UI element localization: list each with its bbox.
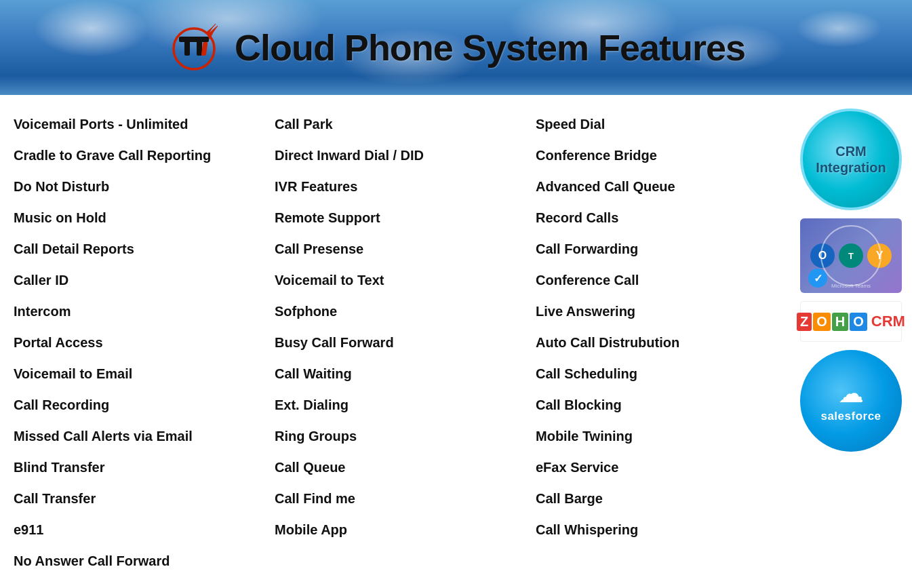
- list-item: Voicemail to Email: [14, 358, 261, 389]
- list-item: Call Detail Reports: [14, 233, 261, 264]
- list-item: Speed Dial: [536, 109, 783, 140]
- svg-rect-2: [184, 37, 190, 56]
- list-item: Ext. Dialing: [275, 389, 522, 420]
- list-item: e911: [14, 514, 261, 545]
- list-item: eFax Service: [536, 452, 783, 483]
- ms-teams-label: Microsoft Teams: [831, 283, 871, 289]
- feature-column-3: Speed DialConference BridgeAdvanced Call…: [529, 109, 790, 576]
- list-item: Auto Call Distrubution: [536, 327, 783, 358]
- list-item: Sofphone: [275, 296, 522, 327]
- list-item: Advanced Call Queue: [536, 171, 783, 202]
- list-item: Call Presense: [275, 233, 522, 264]
- list-item: Do Not Disturb: [14, 171, 261, 202]
- zoho-text: Z O H O CRM: [797, 313, 905, 331]
- list-item: Call Recording: [14, 389, 261, 420]
- main-content: Voicemail Ports - UnlimitedCradle to Gra…: [0, 95, 912, 583]
- list-item: Cradle to Grave Call Reporting: [14, 140, 261, 171]
- list-item: Intercom: [14, 296, 261, 327]
- list-item: Music on Hold: [14, 202, 261, 233]
- salesforce-badge: ☁ salesforce: [800, 350, 902, 452]
- svg-rect-3: [197, 37, 202, 56]
- list-item: Record Calls: [536, 202, 783, 233]
- features-section: Voicemail Ports - UnlimitedCradle to Gra…: [7, 109, 790, 576]
- list-item: Call Whispering: [536, 514, 783, 545]
- zoho-z: Z: [797, 313, 812, 331]
- list-item: Call Scheduling: [536, 358, 783, 389]
- ms-ring: [820, 225, 881, 286]
- list-item: Mobile Twining: [536, 420, 783, 452]
- zoho-crm-label: CRM: [871, 313, 905, 330]
- microsoft-integrations-badge: O T Y ✓ Microsoft Teams: [800, 218, 902, 293]
- list-item: Remote Support: [275, 202, 522, 233]
- zoho-crm-badge: Z O H O CRM: [800, 301, 902, 342]
- zoho-o2: O: [850, 313, 867, 331]
- list-item: Call Blocking: [536, 389, 783, 420]
- zoho-o: O: [813, 313, 831, 331]
- salesforce-cloud-icon: ☁: [838, 378, 864, 408]
- page-title: Cloud Phone System Features: [235, 26, 745, 68]
- list-item: Busy Call Forward: [275, 327, 522, 358]
- list-item: Voicemail to Text: [275, 264, 522, 296]
- list-item: Conference Bridge: [536, 140, 783, 171]
- list-item: Blind Transfer: [14, 452, 261, 483]
- list-item: Call Queue: [275, 452, 522, 483]
- list-item: Call Barge: [536, 483, 783, 514]
- list-item: Call Find me: [275, 483, 522, 514]
- list-item: Live Answering: [536, 296, 783, 327]
- salesforce-label: salesforce: [820, 410, 881, 423]
- company-logo: [167, 20, 221, 75]
- feature-column-1: Voicemail Ports - UnlimitedCradle to Gra…: [7, 109, 268, 576]
- list-item: Caller ID: [14, 264, 261, 296]
- list-item: Missed Call Alerts via Email: [14, 420, 261, 452]
- list-item: Mobile App: [275, 514, 522, 545]
- list-item: Voicemail Ports - Unlimited: [14, 109, 261, 140]
- list-item: Call Forwarding: [536, 233, 783, 264]
- list-item: IVR Features: [275, 171, 522, 202]
- list-item: Call Waiting: [275, 358, 522, 389]
- ms-check-icon: ✓: [808, 269, 827, 288]
- list-item: Call Transfer: [14, 483, 261, 514]
- feature-column-2: Call ParkDirect Inward Dial / DIDIVR Fea…: [268, 109, 529, 576]
- list-item: Portal Access: [14, 327, 261, 358]
- crm-label: CRMIntegration: [816, 143, 886, 176]
- header-banner: Cloud Phone System Features: [0, 0, 912, 95]
- zoho-h: H: [832, 313, 848, 331]
- sidebar: CRMIntegration O T Y ✓ Microsoft Teams Z…: [790, 109, 905, 576]
- list-item: Ring Groups: [275, 420, 522, 452]
- crm-integration-badge: CRMIntegration: [800, 109, 902, 210]
- svg-rect-1: [179, 37, 209, 42]
- svg-rect-4: [201, 42, 208, 56]
- list-item: Conference Call: [536, 264, 783, 296]
- list-item: Call Park: [275, 109, 522, 140]
- list-item: No Answer Call Forward: [14, 545, 261, 576]
- header-content: Cloud Phone System Features: [167, 20, 745, 75]
- list-item: Direct Inward Dial / DID: [275, 140, 522, 171]
